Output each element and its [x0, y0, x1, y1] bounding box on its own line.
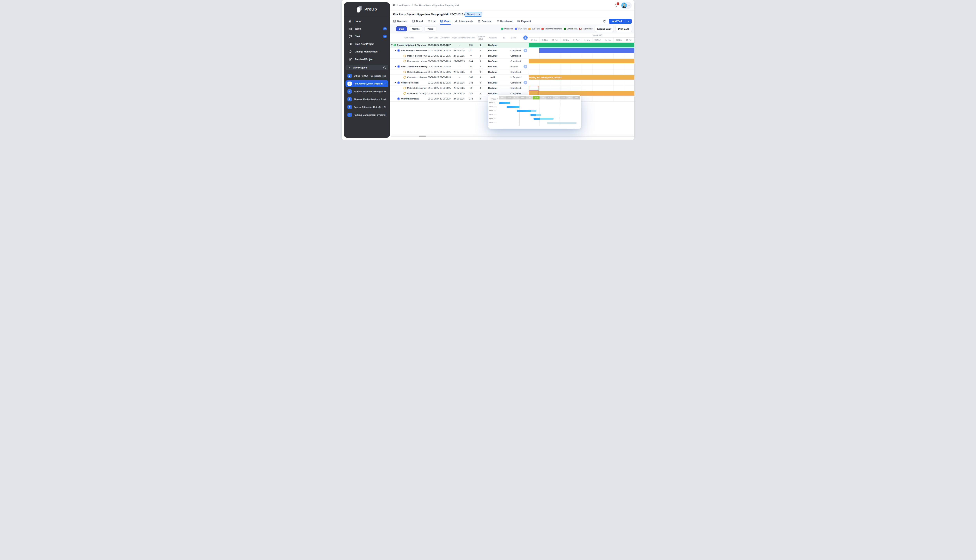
popup-step-label: STEP 02	[489, 106, 495, 108]
tab-attachments[interactable]: Attachments	[455, 18, 473, 25]
sidebar-project-item[interactable]: FFire Alarm System Upgrade – Sh...	[346, 80, 388, 87]
legend-swatch	[528, 28, 531, 30]
gantt-bar-main[interactable]	[539, 48, 634, 53]
tab-list[interactable]: List	[428, 18, 436, 25]
assignee-cell: BinOmar	[486, 65, 499, 68]
end-date-cell: 31-01-2026	[440, 65, 451, 68]
sidebar-project-item[interactable]: EEnergy Efficiency Retrofit – Offic...	[346, 104, 388, 110]
sidebar-item-draft-new-project[interactable]: Draft New Project	[344, 40, 390, 48]
scale-button-months[interactable]: Months	[409, 26, 422, 32]
popup-step-bar	[530, 114, 541, 116]
legend-label: Task Overdue Days	[545, 28, 562, 30]
sidebar-item-home[interactable]: Home	[344, 17, 390, 25]
horizontal-scrollbar[interactable]	[391, 135, 634, 137]
gantt-bar-sub[interactable]	[529, 59, 634, 63]
add-subtask-button[interactable]: +	[523, 48, 527, 52]
sidebar-project-item[interactable]: OOffice Fit-Out – Corporate Head...	[346, 73, 388, 79]
project-name-label: Parking Management System In...	[354, 114, 386, 116]
gantt-bar-milestone[interactable]	[529, 43, 634, 47]
expand-gantt-button[interactable]: Expand Gantt	[595, 26, 614, 32]
sidebar-project-item[interactable]: EElevator Modernization – Reside...	[346, 96, 388, 103]
tabs-row: OverviewBoardListGanttAttachmentsCalenda…	[390, 18, 634, 25]
legend-swatch	[515, 28, 517, 30]
legend-item: Main Task	[515, 28, 526, 30]
popup-month-feb: FEB	[506, 96, 513, 100]
project-status-value: Planned	[467, 13, 477, 15]
end-date-cell: 31-07-2025	[440, 55, 451, 57]
popup-title: PROJECT'S STEPS	[489, 96, 499, 102]
scale-button-years[interactable]: Years	[424, 26, 436, 32]
breadcrumb-live-projects[interactable]: Live Projects	[398, 4, 410, 7]
project-initial-badge: E	[348, 89, 352, 93]
popup-month-aug: AUG	[546, 96, 553, 100]
archive-icon	[349, 58, 352, 61]
popup-step-bar	[499, 102, 510, 104]
avatar	[621, 3, 627, 8]
start-date-cell: 01-01-2027	[427, 98, 440, 100]
project-status-select[interactable]: Planned	[465, 12, 482, 17]
notification-badge: 0	[617, 2, 619, 5]
popup-step-label: STEP 04	[489, 114, 495, 116]
notifications-button[interactable]: 0	[614, 3, 618, 7]
gantt-day-label: 02 Nov	[550, 38, 560, 42]
table-row[interactable]: Project Initiation & Planning31-07-20253…	[390, 43, 634, 48]
table-row[interactable]: Gather building occupancy31-07-202531-07…	[390, 70, 634, 75]
expand-caret-icon[interactable]	[391, 45, 393, 46]
logo-icon	[357, 6, 363, 12]
user-menu[interactable]	[621, 2, 632, 9]
sidebar-project-item[interactable]: EExterior Facade Cleaning & Repa...	[346, 88, 388, 95]
actual-end-date-cell: 27-07-2025	[451, 49, 467, 52]
gantt-bar-sub[interactable]	[529, 91, 634, 95]
tab-bar: OverviewBoardListGanttAttachmentsCalenda…	[393, 18, 531, 25]
print-gantt-button[interactable]: Print Gantt	[616, 26, 632, 32]
sidebar-item-chat[interactable]: Chat0	[344, 33, 390, 40]
popup-month-dec: DEC	[573, 96, 580, 100]
task-name-label: Gather building occupancy	[407, 71, 427, 73]
table-row[interactable]: Load Calculation & Design Re01-12-202531…	[390, 64, 634, 70]
add-subtask-button[interactable]: +	[523, 81, 527, 85]
chevron-down-icon[interactable]	[626, 19, 632, 24]
tab-dashboard[interactable]: Dashboard	[496, 18, 513, 25]
scrollbar-thumb[interactable]	[419, 135, 426, 137]
tab-overview[interactable]: Overview	[393, 18, 408, 25]
table-row[interactable]: Material & Equipment Orde31-07-202530-09…	[390, 85, 634, 91]
col-assignee: Assignee	[486, 37, 499, 39]
expand-caret-icon[interactable]	[394, 82, 396, 83]
sidebar-item-archived-project[interactable]: Archived Project	[344, 55, 390, 63]
sidebar-item-change-management[interactable]: Change Management	[344, 48, 390, 55]
expand-caret-icon[interactable]	[394, 50, 396, 51]
expand-caret-icon[interactable]	[394, 66, 396, 67]
tab-label: Payment	[521, 20, 531, 23]
table-row[interactable]: Measure duct sizes and lay31-07-202531-0…	[390, 59, 634, 64]
search-icon[interactable]	[383, 66, 386, 69]
table-row[interactable]: Calculate cooling and heati01-08-202531-…	[390, 75, 634, 80]
sidebar-project-item[interactable]: PParking Management System In...	[346, 112, 388, 118]
tab-label: Gantt	[444, 20, 450, 23]
table-row[interactable]: Inspect existing HVAC equi31-07-202531-0…	[390, 53, 634, 59]
sidebar-item-inbox[interactable]: Inbox0	[344, 25, 390, 33]
tab-board[interactable]: Board	[412, 18, 423, 25]
sidebar-section-live-projects[interactable]: Live Projects	[346, 65, 388, 70]
add-column-button[interactable]: +	[523, 35, 528, 40]
gantt-bar-sub[interactable]: cooling and heating loads per floor	[529, 75, 634, 80]
app-logo: ProUp	[344, 2, 390, 15]
table-row[interactable]: Vendor Selection02-02-202631-12-202627-0…	[390, 80, 634, 86]
tab-label: Attachments	[459, 20, 473, 23]
task-name-label: Site Survey & Assessment	[401, 49, 427, 52]
project-initial-badge: F	[348, 82, 352, 86]
add-subtask-button[interactable]: +	[523, 65, 527, 68]
refresh-icon[interactable]	[603, 20, 606, 23]
tab-gantt[interactable]: Gantt	[440, 18, 450, 25]
overdue-days-cell: 0	[475, 65, 486, 68]
menu-back-icon[interactable]	[392, 4, 396, 7]
duration-cell: 242	[467, 92, 475, 95]
add-task-button[interactable]: Add Task	[609, 19, 632, 24]
status-cell: Completed	[509, 82, 522, 84]
table-row[interactable]: Site Survey & Assessment01-11-202531-05-…	[390, 48, 634, 53]
start-date-cell: 31-07-2025	[427, 60, 440, 62]
tab-calendar[interactable]: Calendar	[478, 18, 491, 25]
scale-button-days[interactable]: Days	[396, 26, 407, 32]
actual-end-date-cell: 27-07-2025	[451, 60, 467, 62]
tab-payment[interactable]: Payment	[517, 18, 531, 25]
gantt-week-label: Week #45	[561, 33, 634, 37]
